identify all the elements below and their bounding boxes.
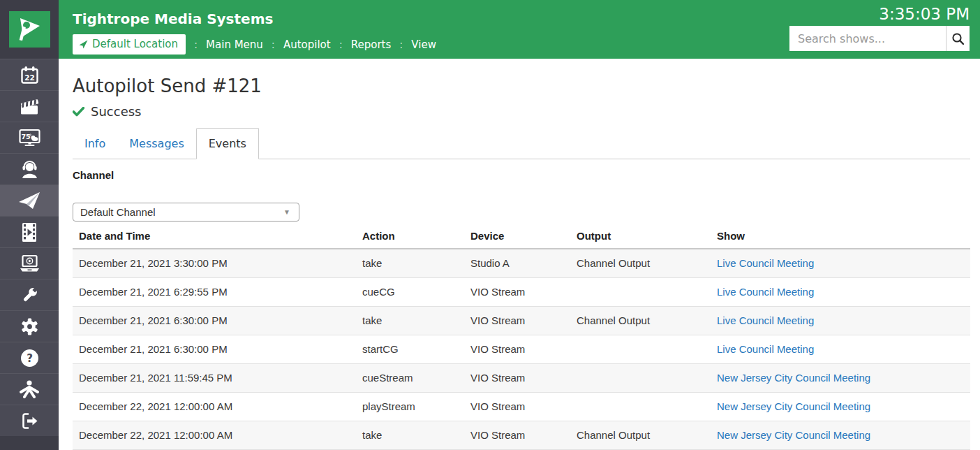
table-row: December 21, 2021 3:30:00 PM take Studio… — [73, 249, 970, 277]
show-link[interactable]: New Jersey City Council Meeting — [717, 429, 870, 441]
sidebar-item-media[interactable] — [0, 216, 59, 247]
table-row: December 21, 2021 6:30:00 PM startCG VIO… — [73, 335, 970, 363]
sidebar-item-tightrope[interactable] — [0, 373, 59, 405]
table-row: December 21, 2021 6:29:55 PM cueCG VIO S… — [73, 277, 970, 306]
show-link[interactable]: New Jersey City Council Meeting — [717, 372, 870, 384]
headset-person-icon — [20, 159, 39, 179]
breadcrumb-main-menu[interactable]: Main Menu — [206, 38, 263, 51]
breadcrumb-view[interactable]: View — [411, 38, 436, 51]
channel-dropdown-value: Default Channel — [80, 206, 156, 218]
cell-output: Channel Output — [570, 306, 711, 335]
breadcrumb-autopilot[interactable]: Autopilot — [283, 38, 331, 51]
show-link[interactable]: Live Council Meeting — [717, 286, 814, 298]
cell-device: Studio A — [464, 249, 570, 277]
cell-datetime: December 21, 2021 6:30:00 PM — [73, 306, 356, 335]
cell-datetime: December 21, 2021 6:29:55 PM — [73, 277, 356, 306]
breadcrumb-separator: : — [272, 38, 275, 51]
page-title: Autopilot Send #121 — [73, 74, 970, 98]
show-link[interactable]: Live Council Meeting — [717, 343, 814, 355]
main-content: Autopilot Send #121 Success Info Message… — [59, 59, 980, 450]
table-row: December 22, 2021 12:00:00 AM take VIO S… — [73, 421, 970, 449]
gear-icon — [20, 317, 39, 336]
cell-output — [570, 277, 711, 306]
cell-action: cueStream — [356, 363, 464, 392]
cell-action: take — [356, 249, 464, 277]
svg-text:22: 22 — [24, 73, 35, 82]
channel-dropdown[interactable]: Default Channel ▼ — [73, 203, 299, 222]
status-row: Success — [73, 104, 970, 119]
status-label: Success — [91, 104, 141, 119]
location-label: Default Location — [92, 38, 178, 50]
sidebar-item-tools[interactable] — [0, 279, 59, 310]
search-input[interactable] — [789, 26, 946, 51]
tab-messages[interactable]: Messages — [117, 128, 195, 159]
cell-action: take — [356, 306, 464, 335]
search-icon — [951, 32, 965, 45]
laptop-play-icon — [19, 254, 40, 273]
tab-events[interactable]: Events — [196, 128, 259, 159]
show-link[interactable]: New Jersey City Council Meeting — [717, 400, 870, 412]
sidebar-item-autopilot[interactable] — [0, 184, 59, 216]
cell-device: VIO Stream — [464, 363, 570, 392]
sidebar-item-carousel[interactable]: 75 — [0, 122, 59, 153]
table-header-row: Date and Time Action Device Output Show — [73, 224, 970, 249]
sidebar-item-schedule[interactable]: 22 — [0, 59, 59, 90]
cell-output — [570, 392, 711, 421]
cell-datetime: December 21, 2021 11:59:45 PM — [73, 363, 356, 392]
cell-datetime: December 22, 2021 12:00:00 AM — [73, 421, 356, 449]
cell-output: Channel Output — [570, 249, 711, 277]
cell-device: VIO Stream — [464, 392, 570, 421]
clock: 3:35:03 PM — [879, 5, 970, 23]
search-button[interactable] — [946, 26, 970, 51]
tab-info[interactable]: Info — [73, 128, 117, 159]
sidebar-item-live[interactable] — [0, 153, 59, 184]
cell-output — [570, 363, 711, 392]
table-row: December 22, 2021 12:00:00 AM playStream… — [73, 392, 970, 421]
cell-action: startCG — [356, 335, 464, 363]
search-bar — [789, 26, 970, 51]
sidebar-item-screens[interactable] — [0, 247, 59, 279]
table-row: December 21, 2021 6:30:00 PM take VIO St… — [73, 306, 970, 335]
breadcrumb-separator: : — [339, 38, 343, 51]
breadcrumb-separator: : — [399, 38, 403, 51]
svg-text:?: ? — [27, 352, 33, 365]
cell-output: Channel Output — [570, 421, 711, 449]
cell-action: take — [356, 421, 464, 449]
breadcrumb-separator: : — [194, 38, 198, 51]
column-action: Action — [356, 224, 464, 249]
tightrope-walker-icon — [19, 380, 40, 398]
logout-icon — [20, 412, 39, 430]
navigation-arrow-icon — [79, 40, 88, 49]
sidebar-item-help[interactable]: ? — [0, 342, 59, 373]
location-selector[interactable]: Default Location — [73, 34, 186, 55]
breadcrumb-reports[interactable]: Reports — [351, 38, 392, 51]
column-device: Device — [464, 224, 570, 249]
cablecast-flag-icon — [9, 11, 50, 48]
top-header-bar: Tightrope Media Systems Default Location… — [59, 0, 980, 59]
app-title: Tightrope Media Systems — [73, 10, 273, 27]
sidebar-item-settings[interactable] — [0, 310, 59, 342]
show-link[interactable]: Live Council Meeting — [717, 257, 814, 269]
calendar-icon: 22 — [20, 66, 39, 85]
column-date-time: Date and Time — [73, 224, 356, 249]
sidebar-item-logout[interactable] — [0, 405, 59, 436]
film-strip-play-icon — [21, 222, 38, 242]
cell-datetime: December 21, 2021 6:30:00 PM — [73, 335, 356, 363]
sidebar-item-shows[interactable] — [0, 90, 59, 122]
show-link[interactable]: Live Council Meeting — [717, 314, 814, 326]
cell-output — [570, 335, 711, 363]
cell-datetime: December 21, 2021 3:30:00 PM — [73, 249, 356, 277]
tab-bar: Info Messages Events — [73, 128, 970, 159]
weather-display-icon: 75 — [19, 129, 40, 147]
logo-area[interactable] — [0, 0, 59, 59]
table-row: December 21, 2021 11:59:45 PM cueStream … — [73, 363, 970, 392]
chevron-down-icon: ▼ — [283, 208, 290, 216]
check-icon — [73, 107, 84, 117]
column-output: Output — [570, 224, 711, 249]
sidebar: 22 75 — [0, 0, 59, 450]
paper-plane-icon — [18, 191, 41, 210]
cell-device: VIO Stream — [464, 421, 570, 449]
cell-device: VIO Stream — [464, 277, 570, 306]
events-table: Date and Time Action Device Output Show … — [73, 224, 970, 450]
channel-label: Channel — [73, 169, 970, 181]
